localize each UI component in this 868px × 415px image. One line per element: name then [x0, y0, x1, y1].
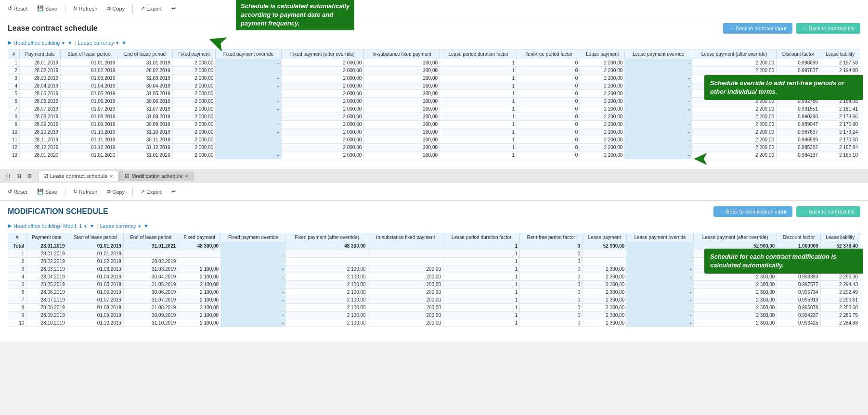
th2-end-lease: End of lease period [123, 233, 178, 242]
back-to-contract-list-btn-2[interactable]: → Back to contract list [796, 206, 860, 217]
modification-section: MODIFICATION SCHEDULE → Back to modifica… [0, 201, 868, 341]
reset-button-1[interactable]: ↺ Reset [4, 4, 31, 13]
filter-bar-2: ▶ Head office building- Modif. 1 ▼ | Lea… [8, 223, 860, 229]
separator-3 [65, 187, 65, 197]
th2-lease-after: Lease payment (after override) [693, 233, 777, 242]
tab-checkbox-2: ☑ [125, 173, 130, 179]
back-to-contract-input-btn[interactable]: → Back to contract input [723, 23, 792, 34]
undo-icon-1: ↩ [171, 5, 176, 12]
table-row: 228.02.201901.02.201928.02.20192 000,00-… [8, 67, 860, 75]
th2-insubstance: In-substance fixed payment [368, 233, 443, 242]
arrow-down-left-icon: ➤ [751, 338, 776, 341]
th-lease-payment: Lease payment [580, 50, 625, 59]
tab-checkbox-1: ☑ [43, 173, 48, 179]
back-to-contract-list-btn[interactable]: → Back to contract list [796, 23, 860, 34]
section-2-buttons: → Back to modification input → Back to c… [713, 206, 860, 217]
tab-bar: ⟨⟩ ⊞ ⚙ ☑ Lease contract schedule ✕ ☑ Mod… [0, 169, 868, 183]
table-row: 1328.01.202001.01.202031.01.20202 000,00… [8, 151, 860, 159]
table-row: 928.09.201901.09.201930.09.20192 000,00-… [8, 121, 860, 128]
filter-currency-1[interactable]: Lease currency [78, 40, 120, 46]
table-row: 528.05.201901.05.201931.05.20192 100,00-… [8, 281, 860, 289]
filter-bar-1: ▶ Head office building ▼ | Lease currenc… [8, 39, 860, 46]
th2-discount: Discount factor [777, 233, 820, 242]
th2-fixed-after: Fixed payment (after override) [286, 233, 368, 242]
tab-lease-contract[interactable]: ☑ Lease contract schedule ✕ [38, 171, 118, 181]
export-button-1[interactable]: ↗ Export [137, 4, 166, 13]
reset-icon-2: ↺ [8, 189, 12, 195]
filter-arrow-1: ▶ [8, 39, 12, 46]
th-lease-override: Lease payment override [625, 50, 692, 59]
mod-schedule-annotation: Schedule for each contract modification … [704, 249, 863, 274]
tab-close-1[interactable]: ✕ [109, 174, 113, 179]
save-button-1[interactable]: 💾 Save [33, 4, 61, 13]
undo-button-1[interactable]: ↩ [168, 4, 180, 13]
tab-close-2[interactable]: ✕ [184, 174, 188, 179]
refresh-icon-2: ↻ [73, 189, 78, 195]
th-start-lease: Start of lease period [61, 50, 117, 59]
save-icon-1: 💾 [37, 5, 44, 12]
table-row: 1228.12.201901.12.201931.12.20192 000,00… [8, 144, 860, 151]
tab-icons: ⟨⟩ ⊞ ⚙ [4, 172, 34, 180]
th-insubstance: In-substance fixed payment [364, 50, 440, 59]
section-2-header: MODIFICATION SCHEDULE → Back to modifica… [8, 206, 860, 217]
th2-lease-override: Lease payment override [627, 233, 694, 242]
back-to-mod-input-btn[interactable]: → Back to modification input [713, 206, 792, 217]
undo-icon-2: ↩ [171, 189, 176, 195]
tab-label-2: Modification schedule [131, 173, 182, 179]
override-annotation: Schedule override to add rent-free perio… [704, 75, 863, 100]
separator-1 [65, 4, 65, 13]
th2-start-lease: Start of lease period [67, 233, 123, 242]
table-row: 428.04.201901.04.201930.04.20192 100,00-… [8, 273, 860, 281]
refresh-button-2[interactable]: ↻ Refresh [69, 187, 102, 196]
filter-building-1[interactable]: Head office building [13, 40, 65, 46]
save-icon-2: 💾 [37, 189, 44, 195]
reset-button-2[interactable]: ↺ Reset [4, 187, 31, 196]
section-1-header: Lease contract schedule → Back to contra… [8, 23, 860, 34]
table-row: 828.08.201901.08.201931.08.20192 000,00-… [8, 113, 860, 121]
toolbar-2: ↺ Reset 💾 Save ↻ Refresh ⧉ Copy ↗ Export… [0, 183, 868, 201]
th2-num: # [8, 233, 26, 242]
th-period-factor: Lease period duration factor [440, 50, 517, 59]
table-row: 1128.11.201901.11.201930.11.20192 000,00… [8, 136, 860, 144]
save-button-2[interactable]: 💾 Save [33, 187, 61, 196]
table-row: 128.01.201901.01.201931.01.20192 000,00-… [8, 59, 860, 67]
th2-liability: Lease liability [820, 233, 860, 242]
reset-icon-1: ↺ [8, 5, 12, 12]
refresh-button-1[interactable]: ↻ Refresh [69, 4, 102, 13]
section-1-title: Lease contract schedule [8, 24, 98, 33]
th2-rentfree: Rent-free period factor [520, 233, 583, 242]
refresh-icon-1: ↻ [73, 5, 78, 12]
th-liability: Lease liability [820, 50, 860, 59]
copy-icon-2: ⧉ [107, 189, 111, 195]
tab-settings-icon[interactable]: ⚙ [25, 172, 34, 180]
tab-grid-icon[interactable]: ⊞ [14, 172, 23, 180]
tab-modification[interactable]: ☑ Modification schedule ✕ [119, 171, 194, 181]
th-lease-after: Lease payment (after override) [692, 50, 777, 59]
th-num: # [8, 50, 20, 59]
undo-button-2[interactable]: ↩ [168, 187, 180, 196]
table-row: 1028.10.201901.10.201931.10.20192 100,00… [8, 319, 860, 327]
separator-4 [132, 187, 133, 197]
filter-arrow-2: ▶ [8, 223, 12, 229]
table-row: 728.07.201901.07.201931.07.20192 100,00-… [8, 296, 860, 304]
separator-2 [132, 4, 133, 13]
section-1-buttons: → Back to contract input → Back to contr… [723, 23, 860, 34]
copy-icon-1: ⧉ [107, 5, 111, 12]
filter-building-2[interactable]: Head office building- Modif. 1 [13, 223, 88, 229]
lease-schedule-table: # Payment date Start of lease period End… [8, 50, 860, 159]
th-discount: Discount factor [777, 50, 820, 59]
th2-payment-date: Payment date [26, 233, 67, 242]
top-annotation: Schedule is calculated automatically acc… [236, 0, 354, 30]
copy-button-2[interactable]: ⧉ Copy [103, 187, 129, 196]
th-end-lease: End of lease period [117, 50, 172, 59]
tab-nav-prev[interactable]: ⟨⟩ [4, 172, 13, 180]
filter-currency-2[interactable]: Lease currency [100, 223, 142, 229]
copy-button-1[interactable]: ⧉ Copy [103, 4, 129, 13]
export-icon-1: ↗ [141, 5, 145, 12]
export-icon-2: ↗ [141, 189, 145, 195]
section-2-title: MODIFICATION SCHEDULE [8, 207, 108, 216]
table-row: 728.07.201901.07.201931.07.20192 000,00-… [8, 105, 860, 113]
export-button-2[interactable]: ↗ Export [137, 187, 166, 196]
th2-period-factor: Lease period duration factor [443, 233, 520, 242]
th2-lease-payment: Lease payment [583, 233, 627, 242]
